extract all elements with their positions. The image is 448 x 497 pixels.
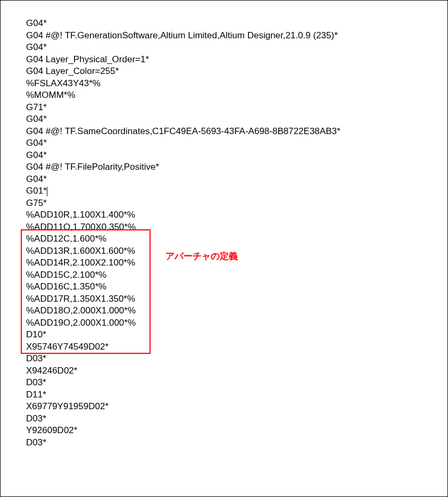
code-line: G04* bbox=[26, 150, 447, 162]
code-line: G04 Layer_Color=255* bbox=[26, 65, 447, 78]
lines-container: G04*G04 #@! TF.GenerationSoftware,Altium… bbox=[26, 18, 447, 449]
code-line: Y92609D02* bbox=[26, 425, 447, 437]
code-line: X94246D02* bbox=[26, 365, 447, 377]
code-content: G04*G04 #@! TF.GenerationSoftware,Altium… bbox=[1, 1, 447, 449]
code-line: %ADD19O,2.000X1.000*% bbox=[26, 317, 447, 329]
code-line: %ADD12C,1.600*% bbox=[26, 233, 447, 245]
code-line: D03* bbox=[26, 413, 447, 425]
code-line: D11* bbox=[26, 389, 447, 401]
code-line: G04* bbox=[26, 18, 447, 30]
code-line: G04* bbox=[26, 113, 447, 126]
code-line: X69779Y91959D02* bbox=[26, 401, 447, 413]
code-line: G04 #@! TF.FilePolarity,Positive* bbox=[26, 161, 447, 173]
code-line: G01* bbox=[26, 185, 447, 197]
code-line: D03* bbox=[26, 353, 447, 365]
code-line: %ADD16C,1.350*% bbox=[26, 281, 447, 293]
code-line: G04* bbox=[26, 137, 447, 150]
code-line: %ADD11O,1.700X0.350*% bbox=[26, 221, 447, 234]
code-line: %MOMM*% bbox=[26, 89, 447, 102]
code-line: G04 Layer_Physical_Order=1* bbox=[26, 54, 447, 66]
code-line: D03* bbox=[26, 437, 447, 449]
code-line: %ADD17R,1.350X1.350*% bbox=[26, 293, 447, 305]
text-cursor bbox=[47, 187, 47, 196]
code-line: G75* bbox=[26, 197, 447, 210]
code-line: G71* bbox=[26, 102, 447, 114]
code-line: G04 #@! TF.SameCoordinates,C1FC49EA-5693… bbox=[26, 126, 447, 138]
code-line: D03* bbox=[26, 377, 447, 389]
code-line: %FSLAX43Y43*% bbox=[26, 78, 447, 90]
code-line: %ADD18O,2.000X1.000*% bbox=[26, 305, 447, 317]
aperture-annotation: アパーチャの定義 bbox=[165, 251, 238, 263]
code-line: G04* bbox=[26, 42, 447, 54]
code-line: G04 #@! TF.GenerationSoftware,Altium Lim… bbox=[26, 30, 447, 42]
code-line: G04* bbox=[26, 173, 447, 186]
code-line: %ADD15C,2.100*% bbox=[26, 269, 447, 281]
code-line: X95746Y74549D02* bbox=[26, 341, 447, 353]
code-line: %ADD10R,1.100X1.400*% bbox=[26, 209, 447, 221]
code-line: D10* bbox=[26, 329, 447, 341]
